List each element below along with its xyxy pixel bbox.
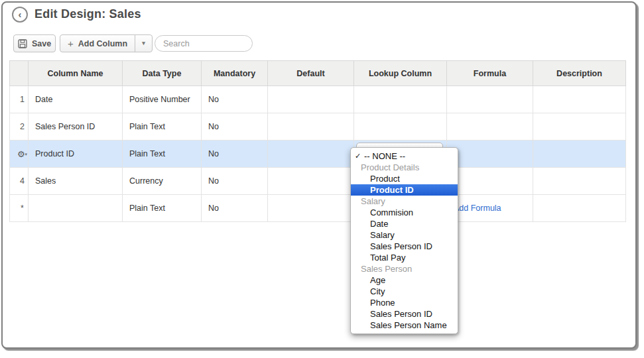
col-header-default: Default — [268, 61, 354, 86]
cell-data-type[interactable]: Currency — [123, 168, 202, 195]
cell-formula[interactable] — [447, 113, 533, 141]
cell-column-name[interactable]: Sales Person ID — [29, 113, 123, 141]
cell-data-type[interactable]: Positive Number — [123, 86, 202, 113]
dropdown-group-sales-person: Sales Person — [351, 263, 458, 274]
dropdown-option[interactable]: Phone — [351, 297, 458, 308]
cell-mandatory[interactable]: No — [202, 195, 268, 222]
table-row-new: * Plain Text No Add Formula — [10, 195, 626, 222]
col-header-rownum — [10, 61, 29, 86]
cell-description[interactable] — [533, 141, 626, 168]
dropdown-option[interactable]: Product — [351, 173, 458, 184]
row-number: 2 — [10, 113, 29, 141]
search-box — [155, 35, 253, 52]
cell-column-name[interactable]: Sales — [29, 168, 123, 195]
cell-mandatory[interactable]: No — [202, 141, 268, 168]
table-header-row: Column Name Data Type Mandatory Default … — [10, 61, 626, 86]
cell-description[interactable] — [533, 113, 626, 141]
cell-default[interactable] — [268, 113, 354, 141]
cell-data-type[interactable]: Plain Text — [123, 195, 202, 222]
check-icon: ✓ — [355, 150, 361, 162]
cell-description[interactable] — [533, 86, 626, 113]
table-row: 2 Sales Person ID Plain Text No — [10, 113, 626, 141]
chevron-down-icon: ▾ — [25, 152, 28, 156]
col-header-lookup-column: Lookup Column — [354, 61, 447, 86]
col-header-formula: Formula — [447, 61, 533, 86]
table-row: 1 Date Positive Number No — [10, 86, 626, 113]
cell-column-name[interactable]: Date — [29, 86, 123, 113]
cell-data-type[interactable]: Plain Text — [123, 113, 202, 141]
save-icon — [18, 39, 27, 48]
dropdown-option[interactable]: Sales Person ID — [351, 241, 458, 252]
cell-description[interactable] — [533, 195, 626, 222]
dropdown-option[interactable]: Total Pay — [351, 252, 458, 263]
design-table: Column Name Data Type Mandatory Default … — [9, 60, 626, 222]
dropdown-option-none[interactable]: ✓ -- NONE -- — [351, 150, 458, 162]
cell-mandatory[interactable]: No — [202, 168, 268, 195]
dropdown-option[interactable]: Age — [351, 274, 458, 286]
row-number: * — [10, 195, 29, 222]
cell-mandatory[interactable]: No — [202, 113, 268, 141]
row-number: 1 — [10, 86, 29, 113]
table-row: 4 Sales Currency No — [10, 168, 626, 195]
dropdown-option[interactable]: Sales Person ID — [351, 308, 458, 320]
add-formula-link[interactable]: Add Formula — [454, 204, 501, 213]
dropdown-option-selected[interactable]: Product ID — [351, 184, 458, 196]
plus-icon: + — [68, 38, 74, 48]
dropdown-group-product-details: Product Details — [351, 162, 458, 173]
save-label: Save — [32, 39, 51, 48]
cell-formula[interactable] — [447, 141, 533, 168]
cell-default[interactable] — [268, 168, 354, 195]
cell-default[interactable] — [268, 195, 354, 222]
back-button[interactable]: ‹ — [12, 7, 28, 23]
cell-lookup[interactable] — [354, 86, 447, 113]
cell-mandatory[interactable]: No — [202, 86, 268, 113]
dropdown-option[interactable]: Commision — [351, 207, 458, 218]
add-column-label: Add Column — [78, 39, 127, 48]
col-header-data-type: Data Type — [123, 61, 202, 86]
back-icon: ‹ — [19, 9, 22, 19]
window-frame: ‹ Edit Design: Sales Save + Add Column ▾ — [1, 1, 637, 349]
dropdown-option[interactable]: City — [351, 286, 458, 297]
add-column-splitbutton: + Add Column ▾ — [60, 34, 153, 52]
dropdown-group-salary: Salary — [351, 196, 458, 207]
lookup-column-dropdown: ✓ -- NONE -- Product Details Product Pro… — [350, 147, 458, 334]
dropdown-option-label: -- NONE -- — [364, 151, 405, 161]
cell-default[interactable] — [268, 86, 354, 113]
cell-formula: Add Formula — [447, 195, 533, 222]
cell-formula[interactable] — [447, 168, 533, 195]
chevron-down-icon: ▾ — [142, 40, 145, 46]
dropdown-option[interactable]: Salary — [351, 229, 458, 241]
cell-lookup[interactable] — [354, 113, 447, 141]
add-column-menu-button[interactable]: ▾ — [135, 34, 153, 52]
row-settings-button[interactable]: ⚙▾ — [10, 141, 29, 168]
col-header-description: Description — [533, 61, 626, 86]
gear-icon: ⚙ — [17, 149, 25, 159]
cell-column-name[interactable] — [29, 195, 123, 222]
cell-description[interactable] — [533, 168, 626, 195]
search-input[interactable] — [163, 39, 270, 48]
col-header-mandatory: Mandatory — [202, 61, 268, 86]
cell-column-name[interactable]: Product ID — [29, 141, 123, 168]
table-row-selected: ⚙▾ Product ID Plain Text No — [10, 141, 626, 168]
dropdown-option[interactable]: Date — [351, 218, 458, 229]
cell-default[interactable] — [268, 141, 354, 168]
cell-formula[interactable] — [447, 86, 533, 113]
save-button[interactable]: Save — [13, 34, 56, 52]
col-header-column-name: Column Name — [29, 61, 123, 86]
row-number: 4 — [10, 168, 29, 195]
page-title: Edit Design: Sales — [34, 7, 141, 21]
cell-data-type[interactable]: Plain Text — [123, 141, 202, 168]
dropdown-option[interactable]: Sales Person Name — [351, 320, 458, 331]
add-column-button[interactable]: + Add Column — [60, 34, 135, 52]
